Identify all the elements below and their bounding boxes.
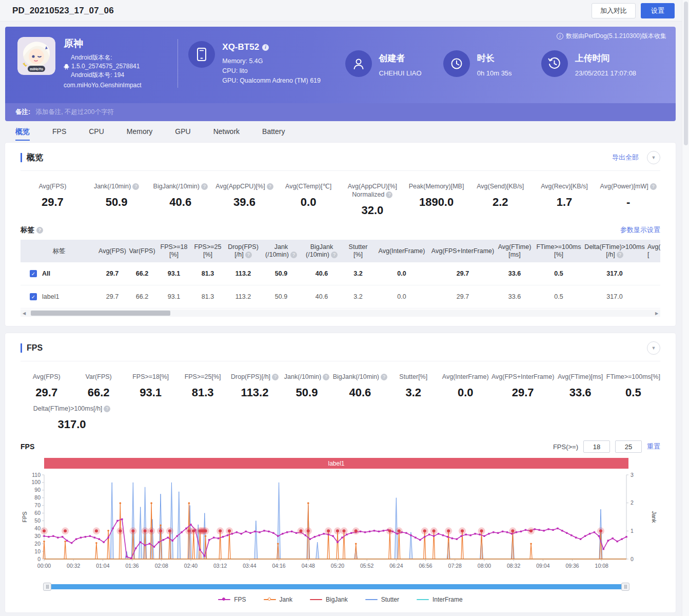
help-icon[interactable]: ? — [132, 183, 139, 190]
tab-概览[interactable]: 概览 — [15, 127, 30, 141]
stat-label: Avg(AppCPU)[%]Normalized? — [341, 182, 405, 199]
stat-item: Avg(AppCPU)[%]?39.6 — [212, 182, 277, 217]
stat-value: 50.9 — [281, 386, 332, 399]
help-icon[interactable]: ? — [272, 374, 279, 380]
settings-button[interactable]: 设置 — [641, 3, 675, 18]
row-value-cell: 66.2 — [127, 285, 157, 309]
range-track[interactable] — [44, 584, 628, 589]
device-info-icon[interactable]: i — [262, 44, 269, 51]
help-icon[interactable]: ? — [386, 191, 392, 198]
row-checkbox[interactable]: ✓ — [30, 293, 37, 300]
note-input[interactable]: 添加备注, 不超过200个字符 — [35, 108, 665, 117]
column-header-line: 标签 — [23, 247, 95, 255]
overview-card: 概览 导出全部 ▼ Avg(FPS)29.7Jank(/10min)?50.9B… — [5, 143, 676, 326]
game-name: 原神 — [64, 37, 142, 50]
stat-label-line: BigJank(/10min)? — [333, 373, 387, 381]
page-scrollbar[interactable] — [682, 0, 689, 616]
column-header-line: (/10min)? — [264, 251, 299, 259]
svg-text:03:44: 03:44 — [243, 563, 256, 569]
overview-title: 概览 — [21, 153, 43, 162]
stat-value: 29.7 — [21, 196, 85, 209]
range-handle-right[interactable] — [621, 583, 629, 591]
row-value-cell: 0.0 — [373, 285, 430, 309]
help-icon[interactable]: ? — [331, 252, 338, 258]
overview-collapse-button[interactable]: ▼ — [647, 151, 660, 164]
fps-chart[interactable]: 0102030405060708090100110FPS0123Jank00:0… — [21, 470, 658, 580]
stat-label: Avg(FPS+InterFrame) — [491, 373, 554, 381]
row-checkbox[interactable]: ✓ — [30, 270, 37, 277]
reset-link[interactable]: 重置 — [647, 442, 660, 451]
tags-help-icon[interactable]: ? — [36, 227, 43, 234]
svg-text:09:04: 09:04 — [536, 563, 549, 569]
hscroll-left-arrow[interactable]: ◀ — [21, 311, 28, 316]
stat-label-line: Stutter[%] — [399, 373, 427, 381]
help-icon[interactable]: ? — [323, 374, 329, 380]
svg-text:miHoYo: miHoYo — [30, 67, 43, 71]
help-icon[interactable]: ? — [201, 183, 208, 190]
help-icon[interactable]: ? — [617, 252, 623, 258]
label1-band[interactable]: label1 — [44, 458, 628, 469]
tab-memory[interactable]: Memory — [127, 127, 153, 141]
legend-item-fps[interactable]: FPS — [218, 596, 246, 603]
stat-item: BigJank(/10min)?40.6 — [148, 182, 212, 217]
svg-text:2: 2 — [631, 499, 634, 506]
row-value-cell: 317.0 — [584, 262, 645, 285]
svg-text:70: 70 — [34, 502, 41, 508]
stat-label: Var(FPS) — [72, 373, 124, 381]
stat-item: FPS>=18[%]93.1 — [125, 373, 176, 399]
note-bar: 备注: 添加备注, 不超过200个字符 — [5, 103, 676, 121]
legend-marker — [310, 598, 322, 602]
fps-collapse-button[interactable]: ▼ — [647, 341, 660, 355]
tab-fps[interactable]: FPS — [52, 127, 66, 141]
legend-item-bigjank[interactable]: BigJank — [310, 596, 348, 603]
help-icon[interactable]: ? — [104, 406, 110, 412]
hscroll-thumb[interactable] — [31, 311, 170, 316]
help-icon[interactable]: ? — [267, 183, 273, 190]
help-icon[interactable]: ? — [290, 252, 297, 258]
column-header-line: Stutter — [345, 243, 371, 251]
hscroll-right-arrow[interactable]: ▶ — [653, 311, 660, 316]
column-header: Stutter[%] — [343, 240, 373, 262]
table-row[interactable]: ✓label129.766.293.181.3113.250.940.63.20… — [21, 285, 660, 309]
stat-label-line: Jank(/10min)? — [284, 373, 329, 381]
legend-item-stutter[interactable]: Stutter — [365, 596, 399, 603]
column-header: Avg(FPS) — [97, 240, 127, 262]
device-cpu: CPU: lito — [222, 66, 321, 76]
report-banner: i 数据由PerfDog(5.1.210300)版本收集 — [5, 27, 676, 121]
creator-label: 创建者 — [379, 52, 422, 64]
game-avatar: miHoYo — [17, 37, 55, 75]
param-display-settings-link[interactable]: 参数显示设置 — [620, 225, 660, 235]
help-icon[interactable]: ? — [650, 183, 657, 190]
row-value-cell: 3.2 — [343, 262, 373, 285]
fps-threshold-input-1[interactable] — [583, 440, 610, 453]
game-build: Android版本号: 194 — [64, 71, 142, 80]
column-header-line: Jank — [264, 243, 299, 251]
page-scrollbar-thumb[interactable] — [684, 2, 688, 145]
row-value-cell: 81.3 — [191, 262, 225, 285]
export-all-link[interactable]: 导出全部 — [612, 153, 639, 162]
column-header-line: [%] — [345, 251, 371, 259]
help-icon[interactable]: ? — [245, 252, 252, 258]
fps-card: FPS ▼ Avg(FPS)29.7Var(FPS)66.2FPS>=18[%]… — [5, 333, 676, 612]
stat-label-line: Avg(Recv)[KB/s] — [541, 182, 587, 190]
column-header: Avg(FTime)[ms] — [496, 240, 534, 262]
tab-gpu[interactable]: GPU — [175, 127, 190, 141]
stat-label: Avg(Send)[KB/s] — [468, 182, 533, 190]
stat-item: Var(FPS)66.2 — [72, 373, 124, 399]
tab-network[interactable]: Network — [213, 127, 240, 141]
legend-item-jank[interactable]: Jank — [264, 596, 292, 603]
range-handle-left[interactable] — [43, 583, 51, 591]
legend-item-interframe[interactable]: InterFrame — [417, 596, 463, 603]
stat-item: Drop(FPS)[/h]?113.2 — [229, 373, 281, 399]
column-header: FPS>=18[%] — [157, 240, 191, 262]
tab-battery[interactable]: Battery — [262, 127, 285, 141]
svg-text:20: 20 — [34, 541, 41, 547]
fps-threshold-input-2[interactable] — [615, 440, 642, 453]
svg-text:03:12: 03:12 — [213, 563, 227, 569]
stat-value: 1.7 — [533, 196, 597, 209]
add-compare-button[interactable]: 加入对比 — [592, 3, 636, 18]
tab-cpu[interactable]: CPU — [89, 127, 104, 141]
svg-text:00:32: 00:32 — [67, 563, 80, 569]
table-row[interactable]: ✓All29.766.293.181.3113.250.940.63.20.02… — [21, 262, 660, 285]
help-icon[interactable]: ? — [381, 374, 387, 380]
